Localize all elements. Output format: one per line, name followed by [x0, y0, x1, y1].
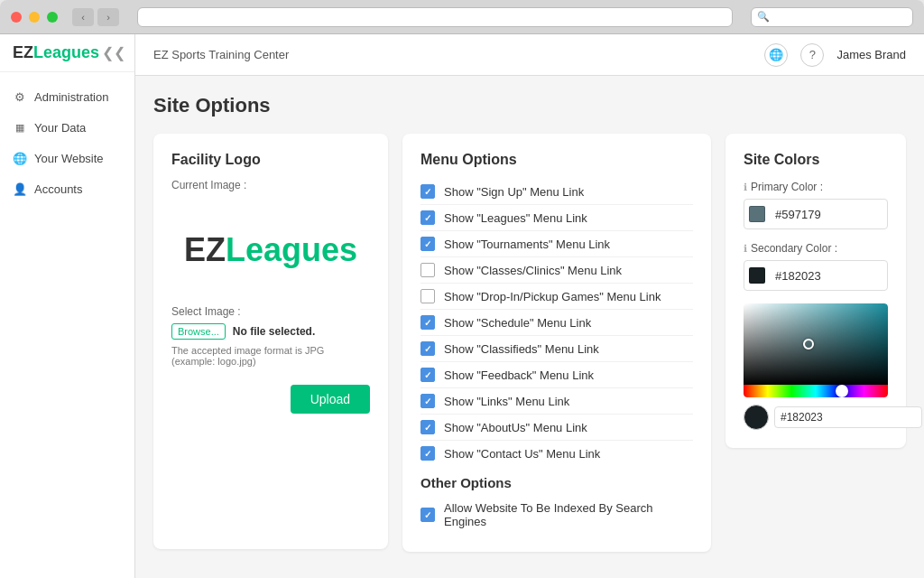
- menu-checkbox-8[interactable]: [420, 394, 435, 408]
- menu-checkbox-7[interactable]: [420, 368, 435, 382]
- menu-item-label: Show "Links" Menu Link: [444, 395, 569, 408]
- menu-checkbox-5[interactable]: [420, 315, 435, 330]
- primary-color-value[interactable]: [770, 208, 888, 221]
- site-colors-title: Site Colors: [744, 152, 888, 168]
- site-name-label: EZ Sports Training Center: [153, 48, 764, 61]
- logo-preview: EZLeagues: [171, 204, 370, 305]
- menu-checkbox-9[interactable]: [420, 420, 435, 434]
- menu-checkbox-4[interactable]: [420, 289, 435, 303]
- file-row: Browse... No file selected.: [171, 323, 370, 340]
- color-hex-input[interactable]: [774, 406, 922, 428]
- other-item-row: Allow Website To Be Indexed By Search En…: [420, 496, 693, 534]
- sidebar-item-your-data[interactable]: ▦ Your Data: [0, 112, 134, 143]
- menu-checkbox-10[interactable]: [420, 446, 435, 461]
- your-website-icon: 🌐: [13, 151, 27, 165]
- forward-button[interactable]: ›: [97, 8, 119, 26]
- menu-item-label: Show "Contact Us" Menu Link: [444, 447, 600, 461]
- browse-button[interactable]: Browse...: [171, 323, 226, 340]
- menu-checkbox-3[interactable]: [420, 263, 435, 277]
- hue-slider[interactable]: [744, 385, 888, 397]
- site-colors-card: Site Colors ℹ Primary Color : ℹ Secondar…: [725, 134, 906, 448]
- menu-item-row: Show "Feedback" Menu Link: [420, 362, 693, 388]
- menu-item-label: Show "Tournaments" Menu Link: [444, 238, 610, 251]
- other-item-label: Allow Website To Be Indexed By Search En…: [444, 501, 693, 528]
- search-bar[interactable]: 🔍: [751, 7, 913, 27]
- primary-color-label: Primary Color :: [751, 181, 823, 193]
- menu-item-row: Show "AboutUs" Menu Link: [420, 415, 693, 441]
- menu-item-label: Show "Classifieds" Menu Link: [444, 342, 599, 356]
- primary-info-icon: ℹ: [744, 182, 747, 193]
- menu-item-row: Show "Schedule" Menu Link: [420, 310, 693, 336]
- sidebar-item-your-website[interactable]: 🌐 Your Website: [0, 143, 134, 173]
- globe-button[interactable]: 🌐: [764, 43, 788, 67]
- menu-item-row: Show "Sign Up" Menu Link: [420, 179, 693, 205]
- other-checkbox-0[interactable]: [420, 508, 435, 522]
- logo-leagues: Leagues: [33, 43, 99, 61]
- menu-item-label: Show "AboutUs" Menu Link: [444, 421, 587, 434]
- secondary-info-icon: ℹ: [744, 243, 747, 255]
- no-file-label: No file selected.: [233, 325, 315, 338]
- header-actions: 🌐 ? James Brand: [764, 43, 906, 67]
- sidebar-header: EZLeagues ❮❮: [0, 34, 134, 72]
- other-items-list: Allow Website To Be Indexed By Search En…: [420, 496, 693, 534]
- upload-button[interactable]: Upload: [291, 385, 370, 414]
- menu-items-list: Show "Sign Up" Menu LinkShow "Leagues" M…: [420, 179, 693, 466]
- app-logo: EZLeagues: [13, 43, 99, 62]
- menu-checkbox-2[interactable]: [420, 237, 435, 251]
- preview-leagues: Leagues: [226, 231, 357, 268]
- sidebar-item-label-administration: Administration: [34, 90, 108, 104]
- preview-logo: EZLeagues: [184, 231, 357, 269]
- cards-row: Facility Logo Current Image : EZLeagues …: [153, 134, 906, 552]
- administration-icon: ⚙: [13, 89, 27, 104]
- secondary-color-input-row[interactable]: [744, 260, 888, 291]
- user-name-label: James Brand: [836, 48, 906, 61]
- color-bottom-row: Colors: [744, 405, 888, 430]
- menu-item-label: Show "Classes/Clinics" Menu Link: [444, 264, 622, 277]
- menu-item-label: Show "Feedback" Menu Link: [444, 368, 594, 382]
- menu-item-row: Show "Tournaments" Menu Link: [420, 231, 693, 257]
- color-picker[interactable]: [744, 303, 888, 397]
- secondary-color-value[interactable]: [770, 269, 888, 283]
- your-data-icon: ▦: [13, 120, 27, 135]
- primary-swatch-box: [749, 206, 765, 222]
- collapse-sidebar-button[interactable]: ❮❮: [102, 44, 125, 61]
- content-area: Site Options Facility Logo Current Image…: [135, 76, 924, 578]
- menu-item-label: Show "Schedule" Menu Link: [444, 316, 591, 330]
- mac-maximize-dot[interactable]: [47, 12, 58, 23]
- secondary-swatch-box: [749, 267, 765, 284]
- menu-item-label: Show "Drop-In/Pickup Games" Menu Link: [444, 290, 661, 303]
- primary-color-input-row[interactable]: [744, 199, 888, 229]
- url-bar[interactable]: [137, 7, 733, 27]
- menu-item-row: Show "Contact Us" Menu Link: [420, 441, 693, 466]
- sidebar-item-label-your-website: Your Website: [34, 152, 104, 165]
- sidebar-item-administration[interactable]: ⚙ Administration: [0, 81, 134, 112]
- help-button[interactable]: ?: [800, 43, 824, 67]
- color-gradient[interactable]: [744, 303, 888, 385]
- menu-item-row: Show "Drop-In/Pickup Games" Menu Link: [420, 284, 693, 310]
- menu-options-title: Menu Options: [420, 152, 693, 168]
- menu-item-row: Show "Leagues" Menu Link: [420, 205, 693, 231]
- back-button[interactable]: ‹: [72, 8, 94, 26]
- search-icon: 🔍: [757, 11, 770, 23]
- app-container: EZLeagues ❮❮ ⚙ Administration ▦ Your Dat…: [0, 34, 924, 578]
- facility-logo-title: Facility Logo: [171, 152, 370, 168]
- file-hint: The accepted image format is JPG (exampl…: [171, 345, 370, 367]
- color-picker-dot[interactable]: [803, 339, 814, 350]
- select-image-label: Select Image :: [171, 305, 370, 318]
- menu-checkbox-6[interactable]: [420, 341, 435, 356]
- mac-close-dot[interactable]: [11, 12, 22, 23]
- menu-checkbox-1[interactable]: [420, 210, 435, 225]
- menu-item-row: Show "Classes/Clinics" Menu Link: [420, 257, 693, 284]
- sidebar-item-accounts[interactable]: 👤 Accounts: [0, 173, 134, 204]
- other-options-title: Other Options: [420, 475, 693, 490]
- facility-logo-card: Facility Logo Current Image : EZLeagues …: [153, 134, 388, 549]
- mac-minimize-dot[interactable]: [29, 12, 40, 23]
- hue-thumb[interactable]: [836, 385, 848, 397]
- menu-checkbox-0[interactable]: [420, 184, 435, 199]
- current-image-label: Current Image :: [171, 179, 370, 191]
- main-area: EZ Sports Training Center 🌐 ? James Bran…: [135, 34, 924, 578]
- primary-color-label-row: ℹ Primary Color :: [744, 181, 888, 193]
- secondary-color-swatch: [744, 261, 770, 290]
- top-header: EZ Sports Training Center 🌐 ? James Bran…: [135, 34, 924, 76]
- menu-item-label: Show "Leagues" Menu Link: [444, 211, 587, 225]
